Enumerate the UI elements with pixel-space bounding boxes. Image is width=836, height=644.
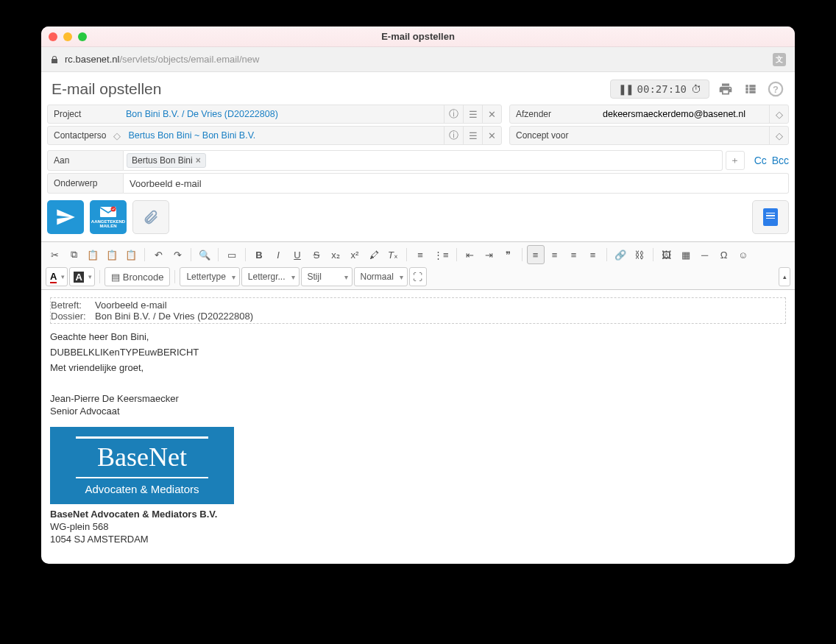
undo-button[interactable]: ↶ — [149, 245, 167, 264]
attachment-button[interactable] — [132, 200, 169, 234]
styles-dropdown[interactable]: Stijl — [301, 267, 353, 286]
contact-value[interactable]: Bertus Bon Bini ~ Bon Bini B.V. — [124, 130, 444, 141]
numbered-list-button[interactable]: ≡ — [411, 245, 429, 264]
copy-button[interactable]: ⧉ — [65, 245, 82, 264]
contact-clear-icon[interactable]: ✕ — [482, 127, 501, 144]
fullscreen-button[interactable]: ⛶ — [409, 267, 427, 286]
format-dropdown[interactable]: Normaal — [354, 267, 408, 286]
text-color-button[interactable]: A — [46, 267, 68, 286]
stopwatch-icon: ⏱ — [691, 83, 701, 95]
link-button[interactable]: 🔗 — [612, 245, 629, 264]
align-center-button[interactable]: ≡ — [546, 245, 564, 264]
project-menu-icon[interactable]: ☰ — [463, 105, 482, 123]
clear-format-button[interactable]: Tₓ — [384, 245, 402, 264]
template-button[interactable] — [752, 200, 789, 234]
svg-text:?: ? — [773, 84, 779, 95]
redo-button[interactable]: ↷ — [169, 245, 186, 264]
titlebar: E-mail opstellen — [41, 26, 795, 47]
recipient-chip[interactable]: Bertus Bon Bini × — [127, 153, 206, 168]
align-justify-button[interactable]: ≡ — [584, 245, 602, 264]
timer-widget[interactable]: ❚❚ 00:27:10 ⏱ — [610, 79, 709, 99]
print-button[interactable] — [717, 80, 734, 98]
align-right-button[interactable]: ≡ — [565, 245, 583, 264]
add-recipient-button[interactable]: ＋ — [726, 151, 745, 170]
underline-button[interactable]: U — [288, 245, 306, 264]
url-text[interactable]: rc.basenet.nl/servlets/objects/email.ema… — [65, 54, 259, 65]
send-button[interactable] — [47, 200, 84, 234]
font-size-dropdown[interactable]: Lettergr... — [241, 267, 300, 286]
metadata-form: Project Bon Bini B.V. / De Vries (D20222… — [41, 105, 795, 150]
cc-link[interactable]: Cc — [754, 155, 767, 166]
strike-button[interactable]: S — [308, 245, 325, 264]
to-input[interactable]: Bertus Bon Bini × — [124, 150, 723, 171]
subject-input[interactable] — [124, 173, 789, 194]
body-text: Geachte heer Bon Bini, DUBBELKLIKenTYPEu… — [50, 331, 786, 545]
action-buttons: AANGETEKEND MAILEN — [41, 196, 795, 241]
project-info-icon[interactable]: ⓘ — [444, 105, 463, 123]
draft-dropdown-icon[interactable]: ◇ — [769, 127, 788, 144]
hr-button[interactable]: ─ — [696, 245, 714, 264]
paste-word-button[interactable]: 📋 — [122, 245, 140, 264]
bg-color-button[interactable]: A — [69, 267, 94, 286]
cc-bcc-links: Cc Bcc — [752, 155, 789, 166]
help-button[interactable]: ? — [767, 80, 784, 98]
highlight-button[interactable]: 🖍 — [365, 245, 383, 264]
superscript-button[interactable]: x² — [346, 245, 364, 264]
align-left-button[interactable]: ≡ — [527, 245, 545, 264]
bold-button[interactable]: B — [250, 245, 268, 264]
translate-icon[interactable]: 文 — [773, 53, 786, 66]
collapse-toolbar-button[interactable]: ▴ — [779, 267, 790, 286]
source-button[interactable]: ▤ Broncode — [104, 267, 171, 286]
draft-label: Concept voor — [510, 130, 598, 141]
emoji-button[interactable]: ☺ — [734, 245, 752, 264]
timer-value: 00:27:10 — [637, 83, 687, 95]
editor-toolbar: ✂ ⧉ 📋 📋 📋 ↶ ↷ 🔍 ▭ B I U S x₂ x² 🖍 Tₓ ≡ ⋮… — [41, 241, 795, 290]
body-meta-table: Betreft:Voorbeeld e-mail Dossier:Bon Bin… — [50, 297, 786, 324]
contact-menu-icon[interactable]: ☰ — [463, 127, 482, 144]
registered-mail-button[interactable]: AANGETEKEND MAILEN — [90, 200, 127, 234]
document-icon — [763, 208, 778, 226]
from-field: Afzender dekeersmaeckerdemo@basenet.nl ◇ — [509, 105, 789, 124]
subject-label: Onderwerp — [47, 173, 124, 194]
select-all-button[interactable]: ▭ — [223, 245, 241, 264]
from-dropdown-icon[interactable]: ◇ — [769, 105, 788, 123]
contact-info-icon[interactable]: ⓘ — [444, 127, 463, 144]
paste-text-button[interactable]: 📋 — [103, 245, 121, 264]
italic-button[interactable]: I — [269, 245, 287, 264]
table-button[interactable]: ▦ — [677, 245, 695, 264]
list-button[interactable] — [742, 80, 759, 98]
source-icon: ▤ — [111, 272, 120, 283]
lock-icon — [50, 55, 59, 64]
contact-type-dropdown[interactable]: ◇ — [110, 130, 124, 141]
find-button[interactable]: 🔍 — [196, 245, 213, 264]
unlink-button[interactable]: ⛓ — [631, 245, 648, 264]
remove-recipient-icon[interactable]: × — [196, 155, 201, 166]
project-field: Project Bon Bini B.V. / De Vries (D20222… — [47, 105, 502, 124]
cut-button[interactable]: ✂ — [46, 245, 63, 264]
bullet-list-button[interactable]: ⋮≡ — [431, 245, 452, 264]
image-button[interactable]: 🖼 — [658, 245, 676, 264]
from-label: Afzender — [510, 109, 598, 119]
contact-field: Contactperso ◇ Bertus Bon Bini ~ Bon Bin… — [47, 126, 502, 145]
paste-button[interactable]: 📋 — [84, 245, 102, 264]
bcc-link[interactable]: Bcc — [772, 155, 789, 166]
email-body-editor[interactable]: Betreft:Voorbeeld e-mail Dossier:Bon Bin… — [41, 290, 795, 564]
indent-button[interactable]: ⇥ — [481, 245, 498, 264]
address-bar: rc.basenet.nl/servlets/objects/email.ema… — [41, 47, 795, 72]
contact-label: Contactperso — [48, 130, 110, 141]
project-clear-icon[interactable]: ✕ — [482, 105, 501, 123]
subscript-button[interactable]: x₂ — [327, 245, 344, 264]
page-header: E-mail opstellen ❚❚ 00:27:10 ⏱ ? — [41, 72, 795, 105]
outdent-button[interactable]: ⇤ — [461, 245, 479, 264]
page-title: E-mail opstellen — [52, 80, 161, 98]
signature-logo: BaseNet Advocaten & Mediators — [50, 427, 234, 504]
pause-icon: ❚❚ — [618, 83, 633, 95]
to-label: Aan — [47, 150, 124, 171]
from-value[interactable]: dekeersmaeckerdemo@basenet.nl — [598, 109, 769, 119]
project-value[interactable]: Bon Bini B.V. / De Vries (D20222808) — [121, 109, 444, 119]
special-char-button[interactable]: Ω — [715, 245, 733, 264]
blockquote-button[interactable]: ❞ — [500, 245, 517, 264]
font-family-dropdown[interactable]: Lettertype — [180, 267, 239, 286]
window-title: E-mail opstellen — [41, 31, 795, 42]
subject-row: Onderwerp — [41, 173, 795, 194]
